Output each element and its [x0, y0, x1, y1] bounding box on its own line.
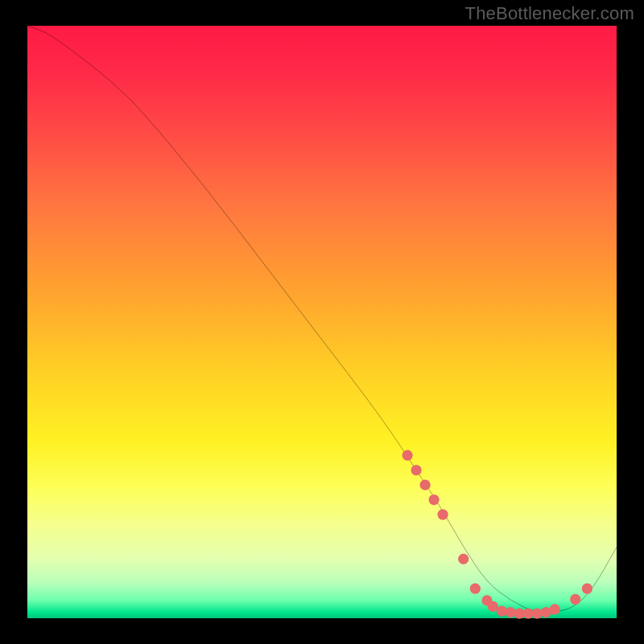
- marker-dot: [470, 584, 481, 594]
- marker-dot: [550, 604, 560, 614]
- marker-dot: [420, 480, 431, 490]
- marker-dot: [428, 494, 439, 505]
- watermark-text: TheBottlenecker.com: [465, 3, 634, 24]
- marker-dot: [437, 510, 448, 520]
- plot-area: [27, 26, 617, 618]
- chart-root: TheBottlenecker.com: [0, 0, 644, 644]
- marker-dot: [402, 450, 413, 460]
- marker-dot: [570, 594, 580, 605]
- marker-dot: [458, 554, 469, 564]
- marker-dot: [411, 464, 422, 475]
- plot-svg: [27, 26, 617, 618]
- marker-group: [402, 450, 592, 619]
- marker-dot: [582, 584, 592, 594]
- bottleneck-curve-path: [27, 26, 617, 613]
